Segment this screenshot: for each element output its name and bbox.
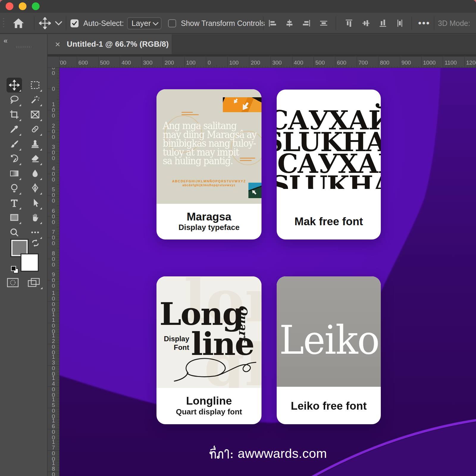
blur-tool[interactable] — [27, 166, 43, 181]
tab-close-icon[interactable]: × — [55, 39, 60, 49]
align-vertical-centers-icon[interactable] — [361, 13, 371, 34]
font-card-mak[interactable]: САУХАЙ SLUKHAY САУХАЙ SLUKHAY Mak free f… — [277, 90, 381, 239]
rectangle-shape-tool[interactable] — [7, 210, 22, 225]
ruler-minor-tick — [58, 91, 59, 92]
minimize-window-button[interactable] — [19, 2, 26, 10]
ruler-minor-tick — [308, 66, 309, 68]
auto-select-checkbox[interactable] — [71, 19, 79, 27]
move-tool-icon[interactable] — [38, 13, 52, 34]
auto-select-target-dropdown[interactable]: Layer — [127, 17, 162, 29]
align-left-edges-icon[interactable] — [267, 13, 278, 34]
background-color-swatch[interactable] — [21, 254, 38, 271]
tab-bar: × Untitled-1 @ 66.7% (RGB/8) — [48, 34, 476, 54]
brush-tool[interactable] — [7, 137, 22, 151]
ruler-minor-tick — [403, 66, 403, 68]
ruler-minor-tick — [57, 227, 59, 227]
edit-toolbar-icon[interactable] — [27, 225, 43, 240]
clone-stamp-tool[interactable] — [27, 137, 43, 151]
eyedropper-tool[interactable] — [7, 122, 22, 137]
path-selection-tool[interactable] — [27, 195, 43, 210]
ruler-label: 5 0 0 — [48, 187, 59, 203]
canvas[interactable]: Ang mga salitang may diing Maragsâ ay bi… — [60, 68, 476, 476]
distribute-vertical-centers-icon[interactable] — [394, 13, 405, 34]
ruler-minor-tick — [470, 66, 470, 68]
move-tool[interactable] — [7, 78, 22, 93]
ruler-label: 900 — [402, 60, 411, 66]
ruler-minor-tick — [411, 65, 411, 68]
ruler-label: 2 0 0 — [48, 123, 59, 140]
ruler-minor-tick — [58, 352, 59, 352]
vertical-ruler[interactable]: 1 0 001 0 02 0 03 0 04 0 05 0 06 0 07 0 … — [48, 68, 60, 476]
align-bottom-edges-icon[interactable] — [378, 13, 388, 34]
crop-tool[interactable] — [7, 107, 22, 122]
divider — [48, 54, 476, 57]
align-horizontal-centers-icon[interactable] — [284, 13, 295, 34]
rectangular-marquee-tool[interactable] — [27, 78, 43, 93]
pen-tool[interactable] — [27, 181, 43, 195]
ruler-minor-tick — [58, 328, 59, 328]
zoom-tool[interactable] — [7, 225, 22, 240]
ruler-minor-tick — [58, 267, 59, 267]
ruler-label: 800 — [380, 60, 389, 66]
divider — [434, 16, 434, 30]
ruler-minor-tick — [316, 66, 317, 68]
ruler-tick — [443, 57, 443, 68]
mode-label: 3D Mode: — [438, 13, 470, 34]
horizontal-ruler[interactable]: 7006005004003002001000100200300400500600… — [60, 57, 476, 68]
type-tool[interactable] — [7, 195, 22, 210]
swap-colors-icon[interactable] — [31, 238, 40, 248]
ruler-minor-tick — [268, 66, 268, 68]
ruler-minor-tick — [195, 65, 195, 68]
eraser-tool[interactable] — [27, 151, 43, 166]
zoom-window-button[interactable] — [32, 2, 40, 10]
align-top-edges-icon[interactable] — [344, 13, 354, 34]
chevron-down-icon[interactable] — [54, 13, 64, 34]
show-transform-checkbox[interactable] — [168, 19, 176, 27]
font-card-maragsa[interactable]: Ang mga salitang may diing Maragsâ ay bi… — [156, 89, 262, 239]
frame-tool[interactable] — [27, 107, 43, 122]
dodge-tool[interactable] — [7, 181, 22, 195]
ruler-tick — [464, 57, 465, 68]
ruler-minor-tick — [136, 66, 136, 68]
main-row: « — [0, 34, 476, 476]
quick-mask-button[interactable] — [7, 278, 19, 288]
dropdown-value: Layer — [131, 19, 151, 28]
ruler-minor-tick — [149, 66, 150, 68]
canvas-background-art — [60, 68, 476, 476]
ruler-minor-tick — [225, 66, 225, 68]
gradient-tool[interactable] — [7, 166, 22, 181]
ruler-minor-tick — [160, 66, 160, 68]
history-brush-tool[interactable] — [7, 151, 22, 166]
ruler-minor-tick — [66, 65, 66, 68]
distribute-horizontal-centers-icon[interactable] — [318, 13, 329, 34]
collapse-panel-button[interactable]: « — [4, 37, 7, 45]
close-window-button[interactable] — [6, 2, 13, 10]
ruler-minor-tick — [58, 243, 59, 243]
default-foreground-swatch[interactable] — [11, 266, 16, 271]
divider — [66, 16, 66, 30]
home-icon[interactable] — [11, 13, 26, 34]
ruler-minor-tick — [82, 66, 82, 68]
ruler-tick — [98, 57, 98, 68]
align-right-edges-icon[interactable] — [301, 13, 312, 34]
ruler-label: 700 — [60, 60, 66, 66]
foreground-color-swatch[interactable] — [11, 240, 28, 256]
ruler-minor-tick — [58, 112, 59, 113]
magic-wand-tool[interactable] — [27, 92, 43, 107]
ruler-minor-tick — [58, 219, 59, 219]
ruler-minor-tick — [57, 142, 59, 142]
document-area: × Untitled-1 @ 66.7% (RGB/8) 70060050040… — [48, 34, 476, 476]
screen-mode-button[interactable] — [27, 278, 40, 288]
font-card-longline[interactable]: long gline Long line Quart Display Font … — [156, 276, 262, 424]
ruler-label: 1 8 0 0 — [48, 460, 59, 476]
hand-tool[interactable] — [27, 210, 43, 225]
ruler-minor-tick — [58, 83, 59, 84]
ruler-minor-tick — [60, 66, 61, 68]
spot-healing-brush-tool[interactable] — [27, 122, 43, 137]
more-options-icon[interactable]: ••• — [416, 13, 433, 34]
ruler-label: 500 — [100, 60, 109, 66]
font-card-leiko[interactable]: Leiko Leiko free font — [277, 276, 381, 424]
lasso-tool[interactable] — [7, 92, 22, 107]
document-tab[interactable]: × Untitled-1 @ 66.7% (RGB/8) — [48, 34, 172, 54]
ruler-minor-tick — [58, 410, 59, 411]
